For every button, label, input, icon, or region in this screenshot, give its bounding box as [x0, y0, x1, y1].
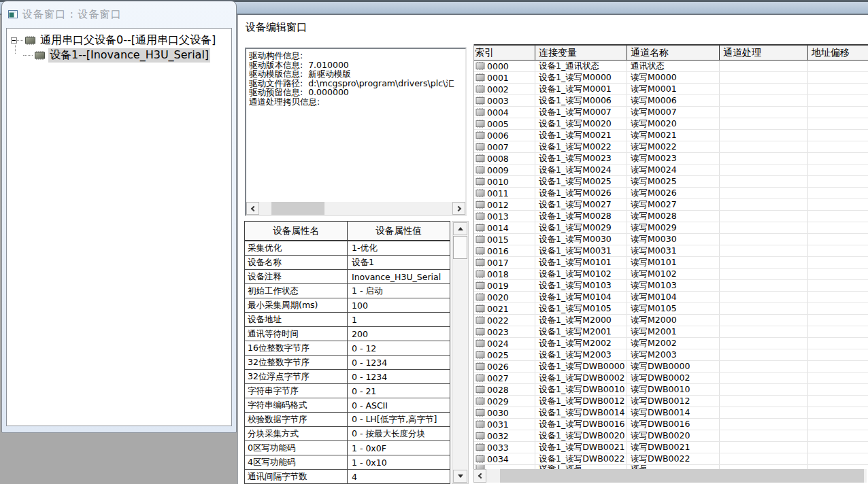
channel-offset-cell — [808, 373, 868, 383]
channel-row[interactable]: 0032设备1_读写DWB0020读写DWB0020 — [474, 430, 868, 442]
property-value-cell[interactable]: 0 - ASCII — [348, 398, 450, 413]
property-value-cell[interactable]: 1 - 0x0F — [348, 441, 450, 455]
tree-item-device1[interactable]: 设备1--[Inovance_H3U_Serial] — [23, 48, 230, 63]
channel-row[interactable]: 0001设备1_读写M0000读写M0000 — [474, 72, 868, 84]
property-value-cell[interactable]: 0 - 按最大长度分块 — [348, 427, 450, 441]
scroll-right-button[interactable] — [452, 202, 465, 215]
property-row: 设备名称设备1 — [245, 256, 450, 270]
channel-row[interactable]: 0015设备1_读写M0030读写M0030 — [474, 234, 868, 245]
channel-row[interactable]: 0026设备1_读写DWB0000读写DWB0000 — [474, 361, 868, 373]
channel-row[interactable]: 0025设备1_读写M2003读写M2003 — [474, 349, 868, 361]
col-header-index[interactable]: 索引 — [474, 46, 535, 60]
channel-row[interactable]: 0006设备1_读写M0021读写M0021 — [474, 130, 868, 141]
channel-process-cell — [720, 419, 808, 430]
scrollbar-track[interactable] — [486, 469, 867, 483]
channel-offset-cell — [808, 269, 868, 279]
scroll-up-button[interactable] — [453, 222, 467, 235]
channel-index-cell: 0000 — [474, 60, 535, 71]
channel-row[interactable]: 0030设备1_读写DWB0014读写DWB0014 — [474, 407, 868, 419]
scrollbar-thumb[interactable] — [453, 236, 467, 259]
property-value-cell[interactable]: 100 — [348, 298, 450, 313]
property-value-cell[interactable]: 设备1 — [348, 256, 450, 270]
chip-icon — [475, 120, 485, 128]
channel-row[interactable]: 0027设备1_读写DWB0002读写DWB0002 — [474, 373, 868, 384]
channel-offset-cell — [808, 407, 868, 418]
tree-item-label[interactable]: 通用串口父设备0--[通用串口父设备] — [39, 33, 217, 48]
channel-row[interactable]: 0017设备1_读写M0101读写M0101 — [474, 257, 868, 269]
property-value-cell[interactable]: 1-优化 — [348, 241, 450, 256]
col-header-channel-process[interactable]: 通道处理 — [720, 46, 808, 60]
property-value-cell[interactable]: 0 - LH[低字节,高字节] — [348, 413, 450, 427]
channel-index-label: 0004 — [487, 107, 509, 118]
collapse-icon[interactable] — [11, 37, 17, 44]
channel-row[interactable]: 0003设备1_读写M0006读写M0006 — [474, 95, 868, 107]
scrollbar-thumb[interactable] — [271, 202, 324, 215]
property-name-cell: 32位浮点字节序 — [245, 370, 348, 384]
scroll-left-button[interactable] — [473, 469, 486, 483]
channel-row[interactable]: 0020设备1_读写M0104读写M0104 — [474, 292, 868, 303]
channel-variable-cell: 设备1_读写M2002 — [535, 338, 627, 349]
property-value-cell[interactable]: 200 — [348, 327, 450, 341]
tree-item-label[interactable]: 设备1--[Inovance_H3U_Serial] — [48, 48, 210, 63]
col-header-channel-name[interactable]: 通道名称 — [627, 46, 720, 60]
chip-icon — [475, 177, 485, 186]
property-value-cell[interactable]: 1 - 0x10 — [348, 455, 450, 470]
tree-item-parent-device[interactable]: 通用串口父设备0--[通用串口父设备] — [11, 33, 230, 48]
channel-row[interactable]: 0013设备1_读写M0028读写M0028 — [474, 211, 868, 222]
chip-icon — [475, 97, 485, 105]
property-value-cell[interactable]: 4 — [348, 470, 450, 484]
channel-name-cell: 读写DWB0012 — [627, 396, 720, 407]
col-header-address-offset[interactable]: 地址偏移 — [808, 46, 868, 60]
channel-process-cell — [720, 211, 808, 222]
chip-icon — [475, 455, 485, 463]
channel-row[interactable]: 0012设备1_读写M0027读写M0027 — [474, 199, 868, 211]
property-value-cell[interactable]: 0 - 21 — [348, 384, 450, 398]
channel-row[interactable]: 0019设备1_读写M0103读写M0103 — [474, 280, 868, 292]
channel-row[interactable]: 0016设备1_读写M0031读写M0031 — [474, 245, 868, 257]
channel-row[interactable]: 0023设备1_读写M2001读写M2001 — [474, 326, 868, 338]
driver-info-hscrollbar[interactable] — [246, 202, 465, 215]
scroll-down-button[interactable] — [453, 470, 467, 483]
channel-row[interactable]: 0028设备1_读写DWB0010读写DWB0010 — [474, 384, 868, 396]
channel-row[interactable]: 0022设备1_读写M2000读写M2000 — [474, 315, 868, 326]
scrollbar-thumb[interactable] — [500, 469, 864, 483]
property-value-cell[interactable]: 0 - 1234 — [348, 370, 450, 384]
scrollbar-track[interactable] — [259, 202, 452, 215]
device-window-titlebar[interactable]: 设备窗口 : 设备窗口 — [2, 1, 236, 27]
channel-row[interactable]: 0024设备1_读写M2002读写M2002 — [474, 338, 868, 349]
properties-vscrollbar[interactable] — [452, 221, 469, 484]
property-value-cell[interactable]: 1 — [348, 313, 450, 327]
channel-row[interactable]: 0029设备1_读写DWB0012读写DWB0012 — [474, 396, 868, 407]
channels-hscrollbar[interactable] — [473, 469, 867, 483]
property-value-cell[interactable]: Inovance_H3U_Serial — [348, 270, 450, 284]
channel-row[interactable]: 0007设备1_读写M0022读写M0022 — [474, 141, 868, 153]
property-value-cell[interactable]: 0 - 12 — [348, 341, 450, 356]
channel-row[interactable]: 0000设备1_通讯状态通讯状态 — [474, 60, 868, 72]
chip-icon — [475, 420, 485, 428]
property-name-cell: 0区写功能码 — [245, 441, 348, 455]
channel-index-cell: 0011 — [474, 188, 535, 198]
channel-row[interactable]: 0009设备1_读写M0024读写M0024 — [474, 165, 868, 176]
channel-row[interactable]: 0018设备1_读写M0102读写M0102 — [474, 269, 868, 280]
channel-row[interactable]: 0005设备1_读写M0020读写M0020 — [474, 118, 868, 130]
col-header-variable[interactable]: 连接变量 — [535, 46, 627, 60]
channel-row[interactable]: 0011设备1_读写M0026读写M0026 — [474, 188, 868, 199]
channel-row[interactable]: 0031设备1_读写DWB0016读写DWB0016 — [474, 419, 868, 430]
channel-row[interactable]: 0033设备1_读写DWB0021读写DWB0021 — [474, 442, 868, 453]
channel-offset-cell — [808, 153, 868, 164]
channel-row[interactable]: 0004设备1_读写M0007读写M0007 — [474, 107, 868, 118]
channel-name-cell: 读写M0020 — [627, 118, 720, 129]
channel-row[interactable]: 0002设备1_读写M0001读写M0001 — [474, 84, 868, 95]
property-value-cell[interactable]: 1 - 启动 — [348, 284, 450, 298]
channel-name-cell: 读写DWB0020 — [627, 430, 720, 441]
channel-row[interactable]: 0034设备1_读写DWB0022读写DWB0022 — [474, 453, 868, 465]
scroll-left-button[interactable] — [246, 202, 259, 215]
channel-row[interactable]: 0014设备1_读写M0029读写M0029 — [474, 222, 868, 234]
channel-row[interactable]: 0021设备1_读写M0105读写M0105 — [474, 303, 868, 315]
channel-offset-cell — [808, 234, 868, 245]
channel-index-label: 0000 — [487, 61, 509, 71]
channel-variable-cell: 设备1_通讯状态 — [535, 60, 627, 71]
channel-row[interactable]: 0010设备1_读写M0025读写M0025 — [474, 176, 868, 188]
channel-row[interactable]: 0008设备1_读写M0023读写M0023 — [474, 153, 868, 165]
property-value-cell[interactable]: 0 - 1234 — [348, 356, 450, 370]
